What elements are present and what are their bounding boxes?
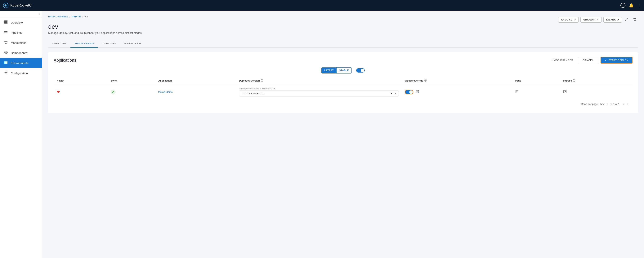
sidebar-item-overview-label: Overview (11, 21, 23, 24)
prev-page-button[interactable]: ‹ (622, 102, 625, 106)
col-values-override-label: Values override (405, 79, 423, 82)
values-edit-button[interactable] (415, 89, 420, 95)
svg-rect-5 (4, 20, 6, 22)
tab-applications[interactable]: APPLICATIONS (70, 40, 98, 48)
ingress-icon[interactable] (563, 91, 567, 94)
col-pods-label: Pods (515, 79, 521, 82)
edit-page-button[interactable] (624, 16, 630, 23)
application-link[interactable]: fastapi-demo (158, 90, 173, 94)
cell-application: fastapi-demo (155, 85, 236, 99)
col-deployed-version-label: Deployed version (239, 79, 260, 82)
main-layout: ‹ Overview Pipelines Marketplace (0, 11, 644, 258)
ingress-info-icon: ⓘ (573, 79, 575, 82)
svg-point-1 (5, 5, 6, 6)
brand-name: KubeRocketCI (10, 4, 32, 8)
bell-icon[interactable]: 🔔 (629, 3, 634, 8)
values-override-toggle[interactable] (405, 90, 413, 94)
undo-changes-button[interactable]: UNDO CHANGES (549, 57, 576, 63)
sidebar-item-environments-label: Environments (11, 62, 28, 65)
more-vertical-icon[interactable] (637, 4, 641, 7)
breadcrumb-sep-1: / (70, 15, 70, 18)
applications-section: Applications UNDO CHANGES CANCEL ✓ START… (48, 52, 638, 113)
rows-per-page: Rows per page: 5 ▼ (581, 102, 608, 106)
svg-rect-10 (4, 32, 8, 33)
brand-logo (3, 3, 8, 8)
svg-rect-19 (634, 18, 636, 20)
start-deploy-button[interactable]: ✓ START DEPLOY (600, 57, 632, 64)
tab-overview[interactable]: OVERVIEW (48, 40, 70, 48)
sidebar-item-configuration-label: Configuration (11, 72, 28, 75)
svg-rect-17 (4, 63, 8, 64)
sidebar-item-pipelines-label: Pipelines (11, 31, 22, 34)
sidebar-item-environments[interactable]: Environments (0, 58, 42, 68)
info-icon[interactable]: i (620, 3, 626, 8)
cell-deployed-version: Deployed version: 0.0.1-SNAPSHOT.1 0.0.1… (236, 85, 402, 99)
content: ENVIRONMENTS / MYPIPE / dev ARGO CD ↗ GR… (42, 11, 644, 258)
breadcrumb-mypipe[interactable]: MYPIPE (72, 15, 81, 18)
applications-actions: UNDO CHANGES CANCEL ✓ START DEPLOY (549, 57, 632, 64)
deploy-label: START DEPLOY (608, 59, 628, 62)
stable-filter-button[interactable]: STABLE (336, 68, 352, 73)
breadcrumb-environments[interactable]: ENVIRONMENTS (48, 15, 68, 18)
svg-point-3 (639, 5, 640, 6)
version-toggle[interactable] (356, 68, 365, 72)
cell-ingress (560, 85, 632, 99)
health-heart-icon: ❤ (57, 90, 60, 94)
page-info: 1–1 of 1 (610, 102, 620, 106)
delete-page-button[interactable] (632, 16, 638, 23)
kibana-button[interactable]: KIBANA ↗ (604, 17, 622, 22)
marketplace-icon (4, 40, 8, 45)
svg-rect-16 (4, 62, 8, 63)
cell-pods (512, 85, 560, 99)
sidebar-toggle[interactable]: ‹ (0, 11, 42, 18)
tab-monitoring[interactable]: MONITORING (120, 40, 145, 48)
sidebar-item-components-label: Components (11, 51, 27, 54)
sidebar-item-marketplace[interactable]: Marketplace (0, 38, 42, 48)
page-title-section: dev Manage, deploy, test, and troublesho… (48, 23, 638, 34)
applications-title: Applications (54, 58, 76, 63)
cell-health: ❤ (54, 85, 108, 99)
tab-pipelines[interactable]: PIPELINES (98, 40, 120, 48)
sidebar-item-marketplace-label: Marketplace (11, 41, 26, 44)
pods-icon[interactable] (515, 91, 519, 94)
svg-rect-15 (4, 62, 8, 62)
brand: KubeRocketCI (3, 3, 620, 8)
next-page-button[interactable]: › (626, 102, 630, 106)
navbar: KubeRocketCI i 🔔 (0, 0, 644, 11)
sidebar-item-configuration[interactable]: Configuration (0, 68, 42, 78)
page-description: Manage, deploy, test, and troubleshoot y… (48, 32, 638, 34)
configuration-icon (4, 71, 8, 76)
version-select[interactable]: 0.0.1-SNAPSHOT.1 (241, 92, 393, 95)
breadcrumb-sep-2: / (82, 15, 83, 18)
rows-per-page-select[interactable]: 5 (600, 102, 605, 106)
svg-rect-9 (4, 31, 8, 32)
sidebar-item-pipelines[interactable]: Pipelines (0, 28, 42, 38)
cell-values-override (402, 85, 512, 99)
pagination: Rows per page: 5 ▼ 1–1 of 1 ‹ › (54, 99, 632, 109)
latest-filter-button[interactable]: LATEST (322, 68, 336, 73)
breadcrumb: ENVIRONMENTS / MYPIPE / dev (48, 15, 88, 18)
page-nav: ‹ › (622, 102, 630, 106)
svg-point-4 (639, 6, 640, 7)
svg-point-12 (6, 44, 7, 44)
chevron-left-icon[interactable]: ‹ (39, 12, 40, 16)
applications-header: Applications UNDO CHANGES CANCEL ✓ START… (54, 57, 632, 64)
svg-point-18 (5, 72, 6, 73)
svg-rect-8 (6, 22, 8, 24)
argo-cd-button[interactable]: ARGO CD ↗ (558, 17, 579, 22)
svg-point-11 (5, 44, 6, 44)
sidebar-item-components[interactable]: Components (0, 48, 42, 58)
col-pods: Pods (512, 76, 560, 85)
sidebar-item-overview[interactable]: Overview (0, 18, 42, 28)
svg-marker-14 (5, 52, 7, 54)
deploy-check-icon: ✓ (605, 59, 607, 62)
col-health: Health (54, 76, 108, 85)
external-link-icon-2: ↗ (596, 18, 599, 21)
navbar-icons: i 🔔 (620, 3, 641, 8)
grafana-button[interactable]: GRAFANA ↗ (580, 17, 601, 22)
rows-per-page-label: Rows per page: (581, 102, 598, 106)
table-body: ❤ ✔ fastapi-demo Deployed version: 0.0.1… (54, 85, 632, 99)
cancel-button[interactable]: CANCEL (578, 57, 598, 63)
svg-point-2 (639, 4, 640, 4)
col-deployed-version: Deployed version ⓘ (236, 76, 402, 85)
